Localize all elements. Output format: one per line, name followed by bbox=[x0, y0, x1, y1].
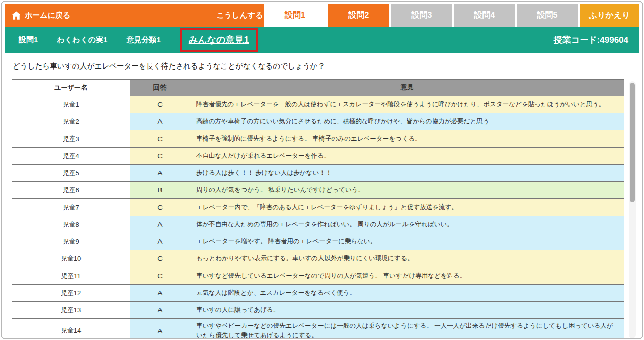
row-username: 児童6 bbox=[12, 182, 130, 198]
table-header-row: ユーザー名 回答 意見 bbox=[12, 80, 624, 96]
header-username: ユーザー名 bbox=[12, 80, 130, 96]
tab-ふりかえり[interactable]: ふりかえり bbox=[578, 4, 639, 27]
table-row: 児童5 A 歩ける人は歩く！！ 歩けない人は歩かない！！ bbox=[12, 164, 624, 181]
row-answer: A bbox=[130, 319, 190, 339]
row-answer: A bbox=[130, 113, 190, 130]
question-text: どうしたら車いすの人がエレベーターを長く待たされるようなことがなくなるのでしょう… bbox=[13, 61, 639, 71]
row-username: 児童5 bbox=[12, 165, 130, 181]
sub-nav-item-わくわくの実1[interactable]: わくわくの実1 bbox=[57, 35, 107, 45]
row-opinion: 元気な人は階段とか、エスカレーターをなるべく使う。 bbox=[190, 285, 624, 301]
row-opinion: 車いすなど優先しているエレベーターなので周りの人が気遣う。 車いすだけ専用などを… bbox=[190, 267, 624, 284]
row-opinion: 体が不自由な人ための専用のエレベータを作ればいい。 周りの人がルールを守ればいい… bbox=[190, 216, 624, 233]
home-icon bbox=[12, 11, 21, 20]
row-username: 児童10 bbox=[12, 250, 130, 267]
row-username: 児童12 bbox=[12, 285, 130, 301]
sub-nav-item-みんなの意見1[interactable]: みんなの意見1 bbox=[189, 35, 249, 45]
tab-設問1[interactable]: 設問1 bbox=[264, 4, 327, 27]
row-opinion: 歩ける人は歩く！！ 歩けない人は歩かない！！ bbox=[190, 165, 624, 181]
row-answer: A bbox=[130, 285, 190, 301]
update-button[interactable]: こうしんする bbox=[216, 4, 263, 27]
row-answer: A bbox=[130, 216, 190, 233]
annotation-highlight-box: みんなの意見1 bbox=[180, 28, 258, 52]
row-answer: C bbox=[130, 148, 190, 164]
row-opinion: エレベーター内で、「障害のある人にエレベーターをゆずりましょう」と促す放送を流す… bbox=[190, 199, 624, 216]
table-row: 児童11 C 車いすなど優先しているエレベーターなので周りの人が気遣う。 車いす… bbox=[12, 267, 624, 284]
row-username: 児童13 bbox=[12, 302, 130, 318]
sub-nav-item-意見分類1[interactable]: 意見分類1 bbox=[126, 35, 160, 45]
table-row: 児童4 C 不自由な人だけが乗れるエレベーターを作る。 bbox=[12, 147, 624, 164]
row-username: 児童2 bbox=[12, 113, 130, 130]
row-username: 児童11 bbox=[12, 267, 130, 284]
row-answer: A bbox=[130, 302, 190, 318]
row-username: 児童3 bbox=[12, 130, 130, 147]
row-opinion: エレベーターを増やす。 障害者用のエレベーターに乗らない。 bbox=[190, 233, 624, 250]
row-username: 児童14 bbox=[12, 319, 130, 339]
sub-nav: 設問1わくわくの実1意見分類1みんなの意見1 授業コード:499604 bbox=[5, 27, 639, 53]
tab-設問3[interactable]: 設問3 bbox=[389, 4, 452, 27]
vertical-scrollbar-thumb[interactable] bbox=[630, 83, 635, 202]
opinions-table: ユーザー名 回答 意見 児童1 C 障害者優先のエレベーターを一般の人は使わずに… bbox=[12, 79, 624, 339]
tab-設問2[interactable]: 設問2 bbox=[327, 4, 389, 27]
table-row: 児童13 A 車いすの人に譲ってあげる。 bbox=[12, 301, 624, 318]
table-row: 児童8 A 体が不自由な人ための専用のエレベータを作ればいい。 周りの人がルール… bbox=[12, 216, 624, 233]
row-username: 児童1 bbox=[12, 96, 130, 113]
row-answer: B bbox=[130, 182, 190, 198]
row-username: 児童8 bbox=[12, 216, 130, 233]
home-button[interactable]: ホームに戻る bbox=[5, 4, 70, 27]
row-answer: A bbox=[130, 233, 190, 250]
table-row: 児童1 C 障害者優先のエレベーターを一般の人は使わずにエスカレーターや階段を使… bbox=[12, 96, 624, 113]
row-answer: A bbox=[130, 165, 190, 181]
tab-設問5[interactable]: 設問5 bbox=[515, 4, 578, 27]
question-tabs: 設問1設問2設問3設問4設問5ふりかえり bbox=[264, 4, 639, 27]
table-row: 児童3 C 車椅子を強制的に優先するようにする。 車椅子のみのエレベーターをつく… bbox=[12, 130, 624, 147]
table-row: 児童12 A 元気な人は階段とか、エスカレーターをなるべく使う。 bbox=[12, 284, 624, 301]
top-bar: ホームに戻る こうしんする 設問1設問2設問3設問4設問5ふりかえり bbox=[5, 4, 639, 27]
row-opinion: 高齢の方や車椅子の方にいい気分にさせるために、積極的な呼びかけや、皆からの協力が… bbox=[190, 113, 624, 130]
table-row: 児童10 C もっとわかりやすい表示にする。車いすの人以外が乗りにくい環境にする… bbox=[12, 250, 624, 267]
row-answer: C bbox=[130, 96, 190, 113]
row-username: 児童9 bbox=[12, 233, 130, 250]
class-code-label: 授業コード:499604 bbox=[554, 34, 628, 46]
table-row: 児童14 A 車いすやベビーカーなどの優先エレベーターには一般の人は乗らないよう… bbox=[12, 318, 624, 339]
vertical-scrollbar-track[interactable] bbox=[629, 81, 636, 338]
row-opinion: 不自由な人だけが乗れるエレベーターを作る。 bbox=[190, 148, 624, 164]
table-row: 児童9 A エレベーターを増やす。 障害者用のエレベーターに乗らない。 bbox=[12, 233, 624, 250]
row-answer: C bbox=[130, 199, 190, 216]
row-opinion: 障害者優先のエレベーターを一般の人は使わずにエスカレーターや階段を使うように呼び… bbox=[190, 96, 624, 113]
table-row: 児童6 B 周りの人が気をつかう。 私乗りたいんですけどっていう。 bbox=[12, 181, 624, 198]
sub-nav-items: 設問1わくわくの実1意見分類1みんなの意見1 bbox=[19, 28, 268, 52]
row-answer: C bbox=[130, 250, 190, 267]
table-row: 児童2 A 高齢の方や車椅子の方にいい気分にさせるために、積極的な呼びかけや、皆… bbox=[12, 113, 624, 130]
tab-設問4[interactable]: 設問4 bbox=[452, 4, 515, 27]
row-username: 児童7 bbox=[12, 199, 130, 216]
sub-nav-item-設問1[interactable]: 設問1 bbox=[19, 35, 38, 45]
row-username: 児童4 bbox=[12, 148, 130, 164]
table-body: 児童1 C 障害者優先のエレベーターを一般の人は使わずにエスカレーターや階段を使… bbox=[12, 96, 624, 339]
header-answer: 回答 bbox=[130, 80, 190, 96]
header-opinion: 意見 bbox=[190, 80, 624, 96]
row-opinion: 周りの人が気をつかう。 私乗りたいんですけどっていう。 bbox=[190, 182, 624, 198]
row-opinion: 車いすやベビーカーなどの優先エレベーターには一般の人は乗らないようにする。 一人… bbox=[190, 319, 624, 339]
home-label: ホームに戻る bbox=[25, 11, 70, 20]
row-opinion: 車椅子を強制的に優先するようにする。 車椅子のみのエレベーターをつくる。 bbox=[190, 130, 624, 147]
table-row: 児童7 C エレベーター内で、「障害のある人にエレベーターをゆずりましょう」と促… bbox=[12, 198, 624, 216]
row-opinion: もっとわかりやすい表示にする。車いすの人以外が乗りにくい環境にする。 bbox=[190, 250, 624, 267]
row-answer: C bbox=[130, 267, 190, 284]
app-window: ホームに戻る こうしんする 設問1設問2設問3設問4設問5ふりかえり 設問1わく… bbox=[1, 1, 643, 339]
row-opinion: 車いすの人に譲ってあげる。 bbox=[190, 302, 624, 318]
row-answer: C bbox=[130, 130, 190, 147]
